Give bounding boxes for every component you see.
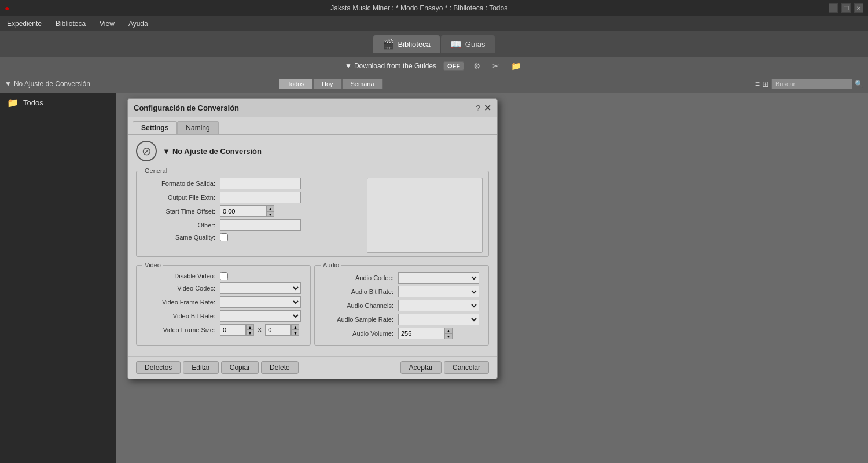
dialog-help-button[interactable]: ? <box>476 104 480 113</box>
content-area: Configuración de Conversión ? ✕ Settings… <box>116 93 868 463</box>
frame-size-w-up[interactable]: ▲ <box>246 324 254 330</box>
titlebar-app-icon: ● <box>5 3 9 13</box>
biblioteca-icon: 🎬 <box>382 39 394 50</box>
audio-codec-label: Audio Codec: <box>321 274 396 281</box>
same-quality-row: Same Quality: <box>142 233 363 241</box>
dialog-tab-naming[interactable]: Naming <box>177 121 218 134</box>
audio-volume-label: Audio Volume: <box>321 330 396 337</box>
menu-expediente[interactable]: Expediente <box>5 19 44 29</box>
extn-input[interactable] <box>220 192 301 203</box>
filter-arrow: ▼ <box>5 80 12 88</box>
folder-icon-button[interactable]: 📁 <box>509 60 523 72</box>
minimize-button[interactable]: — <box>829 3 838 13</box>
profile-header: ⊘ ▼ No Ajuste de Conversión <box>136 141 489 161</box>
sidebar-item-todos[interactable]: 📁 Todos <box>0 93 116 113</box>
search-icon[interactable]: 🔍 <box>855 80 863 88</box>
dialog-close-button[interactable]: ✕ <box>484 102 491 113</box>
format-label: Formato de Salida: <box>142 180 218 187</box>
titlebar: ● Jaksta Music Miner : * Modo Ensayo * :… <box>0 0 868 16</box>
audio-bit-rate-select[interactable] <box>398 286 479 297</box>
general-fieldset: General Formato de Salida: Output File E… <box>136 167 489 257</box>
defectos-button[interactable]: Defectos <box>136 361 181 374</box>
start-time-down[interactable]: ▼ <box>266 211 274 217</box>
video-frame-size-h[interactable] <box>265 324 291 336</box>
video-frame-size-label: Video Frame Size: <box>142 326 218 333</box>
frame-size-sep: X <box>256 326 263 333</box>
start-time-row: Start Time Offset: 0,00 ▲ ▼ <box>142 205 363 217</box>
menu-ayuda[interactable]: Ayuda <box>126 19 150 29</box>
start-time-input[interactable]: 0,00 <box>220 205 266 217</box>
conversion-settings-dialog: Configuración de Conversión ? ✕ Settings… <box>127 98 498 379</box>
dialog-header: Configuración de Conversión ? ✕ <box>128 99 497 117</box>
audio-channels-select[interactable] <box>398 300 479 311</box>
tab-guias[interactable]: 📖 Guías <box>441 35 495 53</box>
guias-icon: 📖 <box>450 39 462 50</box>
video-bit-rate-select[interactable] <box>220 310 301 322</box>
toolbar-tab-group: 🎬 Biblioteca 📖 Guías <box>373 35 494 53</box>
dialog-tab-group: Settings Naming <box>128 117 497 135</box>
download-label: ▼ Download from the Guides <box>345 62 436 70</box>
audio-codec-row: Audio Codec: <box>321 272 483 284</box>
disable-video-label: Disable Video: <box>142 273 218 280</box>
audio-sample-rate-label: Audio Sample Rate: <box>321 316 396 323</box>
audio-volume-up[interactable]: ▲ <box>444 328 453 333</box>
general-legend: General <box>142 167 170 174</box>
format-row: Formato de Salida: <box>142 178 363 189</box>
filter-right: ≡ ⊞ 🔍 <box>755 79 863 89</box>
extn-label: Output File Extn: <box>142 194 218 201</box>
menu-biblioteca[interactable]: Biblioteca <box>53 19 88 29</box>
filter-semana-btn[interactable]: Semana <box>342 79 383 89</box>
dialog-footer: Defectos Editar Copiar Delete Aceptar Ca… <box>128 356 497 379</box>
delete-button[interactable]: Delete <box>261 361 299 374</box>
video-frame-size-w[interactable] <box>220 324 246 336</box>
grid-view-icon[interactable]: ⊞ <box>762 79 769 89</box>
close-button[interactable]: ✕ <box>854 3 863 13</box>
list-view-icon[interactable]: ≡ <box>755 79 760 89</box>
aceptar-button[interactable]: Aceptar <box>400 361 442 374</box>
audio-volume-row: Audio Volume: 256 ▲ ▼ <box>321 328 483 339</box>
audio-fieldset: Audio Audio Codec: Audio Bit Rate: Audio… <box>314 262 489 346</box>
audio-sample-rate-row: Audio Sample Rate: <box>321 314 483 325</box>
restore-button[interactable]: ❐ <box>841 3 851 13</box>
other-input[interactable] <box>220 219 301 231</box>
download-toggle[interactable]: OFF <box>443 61 464 71</box>
audio-legend: Audio <box>321 262 341 269</box>
menu-view[interactable]: View <box>97 19 117 29</box>
filter-hoy-btn[interactable]: Hoy <box>313 79 342 89</box>
frame-size-h-up[interactable]: ▲ <box>291 324 299 330</box>
cancelar-button[interactable]: Cancelar <box>444 361 489 374</box>
profile-arrow: ▼ <box>163 147 170 156</box>
titlebar-controls: — ❐ ✕ <box>829 3 863 13</box>
format-input[interactable] <box>220 178 301 189</box>
audio-sample-rate-select[interactable] <box>398 314 479 325</box>
same-quality-checkbox[interactable] <box>220 233 228 241</box>
dialog-tab-settings[interactable]: Settings <box>133 121 177 134</box>
audio-volume-down[interactable]: ▼ <box>444 333 453 339</box>
audio-channels-row: Audio Channels: <box>321 300 483 311</box>
search-input[interactable] <box>771 79 852 89</box>
disable-video-row: Disable Video: <box>142 272 304 280</box>
copiar-button[interactable]: Copiar <box>221 361 259 374</box>
filter-profile: ▼ No Ajuste de Conversión <box>5 80 90 88</box>
editar-button[interactable]: Editar <box>183 361 218 374</box>
tab-biblioteca-label: Biblioteca <box>398 40 430 49</box>
start-time-up[interactable]: ▲ <box>266 205 274 211</box>
filter-todos-btn[interactable]: Todos <box>279 79 313 89</box>
profile-name: ▼ No Ajuste de Conversión <box>163 147 262 156</box>
audio-codec-select[interactable] <box>398 272 479 284</box>
scissors-icon-button[interactable]: ✂ <box>490 60 502 72</box>
tab-guias-label: Guías <box>465 40 486 49</box>
video-codec-select[interactable] <box>220 282 301 294</box>
audio-volume-input[interactable]: 256 <box>398 328 444 339</box>
filter-profile-name: No Ajuste de Conversión <box>14 80 90 88</box>
disable-video-checkbox[interactable] <box>220 272 228 280</box>
tab-biblioteca[interactable]: 🎬 Biblioteca <box>373 35 439 53</box>
folder-icon: 📁 <box>7 97 19 108</box>
start-time-label: Start Time Offset: <box>142 208 218 215</box>
download-arrow: ▼ <box>345 62 352 70</box>
video-frame-rate-select[interactable] <box>220 296 301 308</box>
frame-size-w-down[interactable]: ▼ <box>246 330 254 336</box>
frame-size-h-down[interactable]: ▼ <box>291 330 299 336</box>
wrench-icon-button[interactable]: ⚙ <box>471 60 483 72</box>
secondary-toolbar: ▼ Download from the Guides OFF ⚙ ✂ 📁 <box>0 57 868 75</box>
